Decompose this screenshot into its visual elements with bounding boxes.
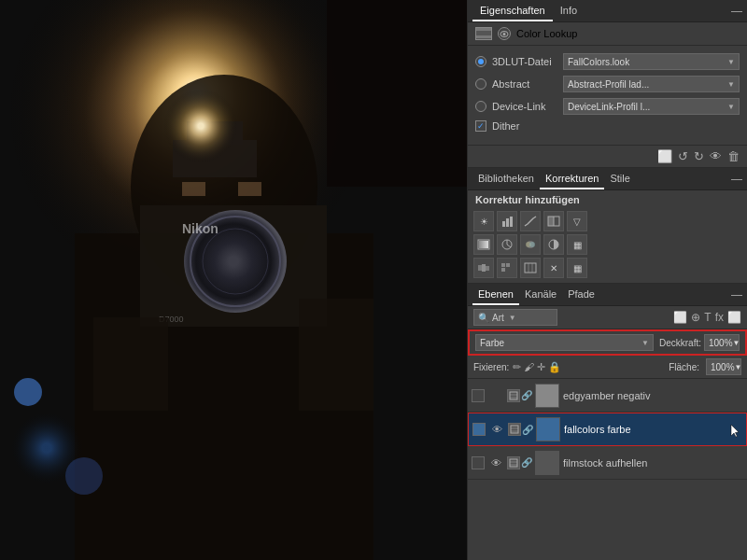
properties-panel-close[interactable]: — <box>731 5 742 18</box>
layer-fx-icon[interactable]: fx <box>715 311 724 324</box>
layer-search-box[interactable]: 🔍 Art ▼ <box>473 309 557 326</box>
property-row-dither: ✓ Dither <box>475 120 740 132</box>
gradient-icon[interactable]: ▽ <box>567 211 587 231</box>
mask-icon[interactable]: ⬜ <box>657 149 672 163</box>
threshold-icon[interactable]: ✕ <box>543 258 564 278</box>
layer-link-edgyamber: 🔗 <box>522 389 531 402</box>
svg-rect-23 <box>501 268 505 272</box>
gradient-map-icon[interactable]: ▦ <box>567 258 587 278</box>
cursor-indicator <box>729 423 742 436</box>
svg-rect-0 <box>476 28 491 31</box>
curves-icon[interactable] <box>520 211 541 231</box>
search-icon: 🔍 <box>478 313 489 323</box>
tab-pfade[interactable]: Pfade <box>562 285 600 305</box>
svg-rect-27 <box>510 392 517 399</box>
corrections-panel-close[interactable]: — <box>731 173 742 186</box>
layer-name-fallcolors: fallcolors farbe <box>564 424 726 435</box>
tab-ebenen[interactable]: Ebenen <box>472 285 519 305</box>
fill-input[interactable]: 100% ▼ <box>706 358 741 375</box>
property-row-3dlut: 3DLUT-Datei FallColors.look ▼ <box>475 53 740 70</box>
redo-icon[interactable]: ↻ <box>694 149 704 163</box>
hue-saturation-icon[interactable] <box>497 234 517 255</box>
label-devicelink: Device-Link <box>492 101 557 112</box>
fix-brush-icon[interactable]: 🖌 <box>524 361 534 373</box>
svg-rect-21 <box>501 263 505 267</box>
layer-toolbar-icons: ⬜ ⊕ T fx ⬜ <box>673 311 741 324</box>
opacity-input[interactable]: 100% ▼ <box>704 334 740 351</box>
dropdown-devicelink-arrow: ▼ <box>727 103 735 111</box>
layer-type-filmstock <box>507 456 520 469</box>
corrections-icon-row-3: ✕ ▦ <box>473 258 741 278</box>
fix-move-icon[interactable]: ✛ <box>537 361 545 373</box>
svg-rect-33 <box>510 459 517 467</box>
blend-mode-dropdown[interactable]: Farbe ▼ <box>475 334 654 351</box>
fill-dropdown-arrow: ▼ <box>735 363 742 371</box>
photo-canvas <box>0 0 467 560</box>
tab-eigenschaften[interactable]: Eigenschaften <box>472 1 553 21</box>
layer-row-edgyamber[interactable]: 👁 🔗 edgyamber negativ <box>468 379 747 413</box>
layers-panel-close[interactable]: — <box>731 288 742 301</box>
layer-check-fallcolors[interactable] <box>472 423 486 436</box>
vibrance-icon[interactable] <box>473 234 494 255</box>
svg-rect-19 <box>482 264 486 272</box>
svg-rect-12 <box>479 241 488 248</box>
opacity-label: Deckkraft: <box>659 338 701 348</box>
levels-icon[interactable] <box>497 211 517 231</box>
layer-type-fallcolors <box>508 423 521 436</box>
blend-mode-arrow: ▼ <box>641 339 649 347</box>
svg-rect-1 <box>476 32 491 35</box>
dropdown-3dlut-arrow: ▼ <box>727 58 735 66</box>
tab-korrekturen[interactable]: Korrekturen <box>540 169 604 189</box>
delete-icon[interactable]: 🗑 <box>727 149 740 163</box>
properties-tab-bar: Eigenschaften Info — <box>468 0 747 22</box>
radio-3dlut[interactable] <box>475 56 486 67</box>
layer-eye-edgyamber[interactable]: 👁 <box>488 388 503 403</box>
layer-icons-filmstock: 🔗 <box>507 456 531 469</box>
svg-rect-6 <box>506 218 509 227</box>
corrections-icon-row-1: ☀ ▽ <box>473 211 741 231</box>
undo-icon[interactable]: ↺ <box>678 149 688 163</box>
svg-rect-18 <box>478 265 482 271</box>
tab-info[interactable]: Info <box>553 1 585 21</box>
new-layer-group-icon[interactable]: ⬜ <box>673 311 687 324</box>
layer-name-filmstock: filmstock aufhellen <box>563 457 743 469</box>
colorlookup-icon[interactable] <box>497 258 517 278</box>
tab-stile[interactable]: Stile <box>604 169 635 189</box>
layer-row-fallcolors[interactable]: 👁 🔗 fallcolors farbe <box>468 413 747 446</box>
brightness-icon[interactable]: ☀ <box>473 211 494 231</box>
layer-check-filmstock[interactable] <box>472 456 485 469</box>
color-lookup-visibility-icon[interactable] <box>498 27 511 40</box>
layer-eye-fallcolors[interactable]: 👁 <box>489 422 504 437</box>
dropdown-3dlut[interactable]: FallColors.look ▼ <box>563 53 740 70</box>
dropdown-abstract[interactable]: Abstract-Profil lad... ▼ <box>563 76 740 92</box>
exposure-icon[interactable] <box>543 211 564 231</box>
radio-devicelink[interactable] <box>475 101 486 112</box>
fix-position-icon[interactable]: ✏ <box>513 361 521 373</box>
tab-bibliotheken[interactable]: Bibliotheken <box>472 169 540 189</box>
visibility-icon[interactable]: 👁 <box>710 149 722 163</box>
channelmixer-icon[interactable] <box>473 258 494 278</box>
corrections-tab-bar: Bibliotheken Korrekturen Stile — <box>468 168 747 190</box>
layer-row-filmstock[interactable]: 👁 🔗 filmstock aufhellen <box>468 446 747 480</box>
layer-eye-filmstock[interactable]: 👁 <box>488 455 503 470</box>
mode-opacity-row: Farbe ▼ Deckkraft: 100% ▼ <box>468 329 747 356</box>
layer-thumb-filmstock <box>535 451 559 475</box>
checkbox-dither[interactable]: ✓ <box>475 120 486 132</box>
layer-type-icon[interactable]: T <box>704 311 711 324</box>
tab-kanale[interactable]: Kanäle <box>519 285 562 305</box>
colorbalance-icon[interactable] <box>520 234 541 255</box>
fix-lock-icon[interactable]: 🔒 <box>548 361 561 373</box>
layer-mask-icon[interactable]: ⊕ <box>691 311 700 324</box>
posterize-icon[interactable] <box>520 258 541 278</box>
blackwhite-icon[interactable] <box>543 234 564 255</box>
right-panel: Eigenschaften Info — Color Lookup 3DLUT-… <box>467 0 747 560</box>
dropdown-abstract-arrow: ▼ <box>727 80 735 89</box>
layer-link-filmstock: 🔗 <box>522 456 531 469</box>
photofilter-icon[interactable]: ▦ <box>567 234 587 255</box>
radio-abstract[interactable] <box>475 78 486 90</box>
layer-check-edgyamber[interactable] <box>472 389 485 402</box>
blend-mode-value: Farbe <box>480 338 504 348</box>
dropdown-devicelink[interactable]: DeviceLink-Profil l... ▼ <box>563 98 740 115</box>
corrections-panel: Bibliotheken Korrekturen Stile — Korrekt… <box>468 168 747 284</box>
layer-adjustment-icon[interactable]: ⬜ <box>727 311 741 324</box>
